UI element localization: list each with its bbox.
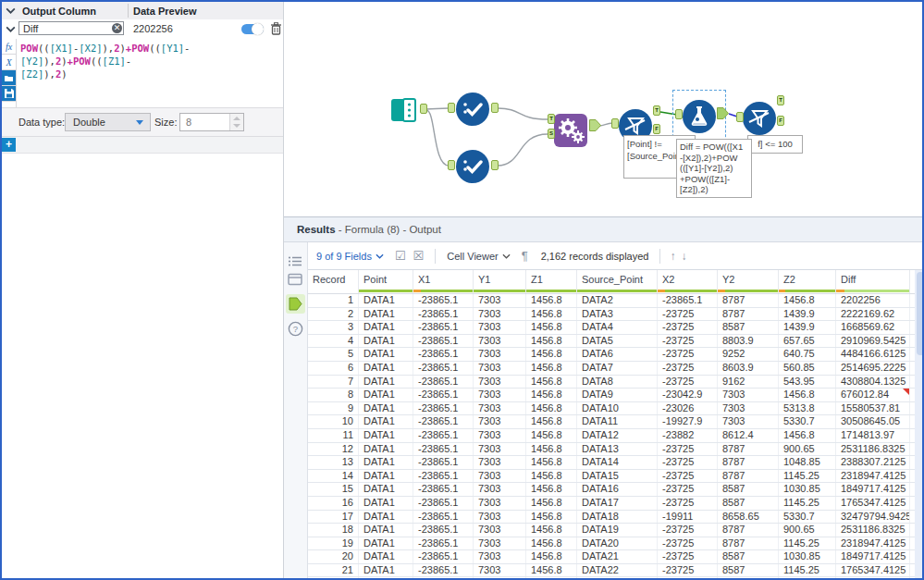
cell-diff[interactable]: 1849717.4125 [836, 483, 910, 496]
cell-diff[interactable]: 1849717.4125 [836, 550, 910, 563]
cell-y1[interactable]: 7303 [474, 524, 526, 537]
cell-z1[interactable]: 1456.8 [526, 564, 577, 577]
formula-tool[interactable] [682, 99, 717, 134]
cell-x2[interactable]: -23882 [658, 429, 718, 442]
cell-x2[interactable]: -19911 [658, 511, 718, 524]
cell-y2[interactable]: 9162 [718, 376, 779, 389]
cell-x2[interactable]: -23725 [658, 470, 718, 483]
size-stepper[interactable]: 8 [179, 113, 244, 131]
cell-z1[interactable]: 1456.8 [526, 321, 577, 334]
cell-y2[interactable]: 8587 [718, 550, 779, 563]
column-header-y2[interactable]: Y2 [718, 270, 779, 293]
cell-z2[interactable]: 5330.7 [779, 511, 836, 524]
cell-z1[interactable]: 1456.8 [526, 376, 577, 389]
cell-point[interactable]: DATA1 [359, 497, 413, 510]
open-expression-icon[interactable] [2, 70, 16, 86]
table-row[interactable]: 4DATA1-23865.173031456.8DATA5-237258803.… [308, 335, 915, 349]
cell-y2[interactable]: 8787 [718, 524, 779, 537]
cell-x1[interactable]: -23865.1 [413, 415, 474, 428]
wire-select1-append[interactable] [498, 108, 548, 119]
cell-point[interactable]: DATA1 [359, 443, 413, 456]
add-expression-button[interactable]: + [2, 138, 16, 152]
table-row[interactable]: 18DATA1-23865.173031456.8DATA19-23725878… [308, 524, 915, 537]
cell-z2[interactable]: 657.65 [779, 335, 836, 348]
cell-x1[interactable]: -23865.1 [413, 389, 474, 401]
cell-x2[interactable]: -23725 [658, 362, 718, 375]
cell-point[interactable]: DATA1 [359, 537, 413, 550]
cell-source_point[interactable]: DATA13 [577, 443, 658, 456]
cell-y1[interactable]: 7303 [474, 443, 526, 456]
cell-point[interactable]: DATA1 [359, 511, 413, 524]
cell-source_point[interactable]: DATA18 [577, 511, 658, 524]
cell-z1[interactable]: 1456.8 [526, 308, 577, 321]
cell-y1[interactable]: 7303 [474, 335, 526, 348]
cell-x1[interactable]: -23865.1 [413, 564, 474, 577]
table-row[interactable]: 22DATA1-23865.173031456.8DATA23-19911865… [308, 577, 915, 579]
cell-x2[interactable]: -23026 [658, 402, 718, 415]
cell-x1[interactable]: -23865.1 [413, 321, 474, 334]
cell-z2[interactable]: 640.75 [779, 348, 836, 361]
column-header-z1[interactable]: Z1 [526, 270, 577, 293]
cell-diff[interactable]: 30508645.05 [836, 415, 910, 428]
wire-input-select2[interactable] [426, 110, 449, 166]
cell-point[interactable]: DATA1 [359, 348, 413, 361]
formula-output-anchor[interactable] [717, 107, 729, 119]
help-icon[interactable]: ? [288, 321, 303, 337]
cell-y2[interactable]: 8787 [718, 537, 779, 550]
cell-z1[interactable]: 1456.8 [526, 402, 577, 415]
select-all-checkbox-icon[interactable]: ☑ [395, 249, 406, 263]
cell-y1[interactable]: 7303 [474, 456, 526, 469]
select2-input-anchor[interactable] [448, 160, 455, 170]
cell-source_point[interactable]: DATA5 [577, 335, 658, 348]
cell-z1[interactable]: 1456.8 [526, 524, 577, 537]
cell-x1[interactable]: -23865.1 [413, 470, 474, 483]
cell-x1[interactable]: -23865.1 [413, 577, 474, 579]
fields-dropdown[interactable]: 9 of 9 Fields [316, 251, 384, 262]
column-header-record[interactable]: Record [308, 270, 359, 293]
append-fields-tool[interactable] [553, 113, 588, 148]
cell-y1[interactable]: 7303 [474, 577, 526, 579]
cell-x2[interactable]: -19911 [658, 577, 718, 579]
cell-x2[interactable]: -23725 [658, 335, 718, 348]
cell-z2[interactable]: 1030.85 [779, 483, 836, 496]
cell-z1[interactable]: 1456.8 [526, 294, 577, 307]
cell-source_point[interactable]: DATA4 [577, 321, 658, 334]
table-row[interactable]: 7DATA1-23865.173031456.8DATA8-2372591625… [308, 376, 915, 389]
cell-diff[interactable]: 1765347.4125 [836, 564, 910, 577]
cell-x2[interactable]: -23725 [658, 483, 718, 496]
filter2-true-anchor[interactable]: T [777, 95, 784, 105]
cell-record[interactable]: 8 [308, 389, 359, 401]
cell-y1[interactable]: 7303 [474, 564, 526, 577]
cell-record[interactable]: 20 [308, 550, 359, 563]
scrollbar-thumb[interactable] [917, 272, 924, 355]
cell-source_point[interactable]: DATA3 [577, 308, 658, 321]
table-row[interactable]: 9DATA1-23865.173031456.8DATA10-230267303… [308, 402, 915, 416]
table-row[interactable]: 11DATA1-23865.173031456.8DATA12-23882861… [308, 429, 915, 443]
cell-source_point[interactable]: DATA15 [577, 470, 658, 483]
save-expression-icon[interactable] [2, 86, 16, 102]
cell-x1[interactable]: -23865.1 [413, 308, 474, 321]
cell-z1[interactable]: 1456.8 [526, 362, 577, 375]
cell-record[interactable]: 15 [308, 483, 359, 496]
cell-diff[interactable]: 4308804.1325 [836, 376, 910, 389]
append-input-anchor-s[interactable]: S [548, 129, 555, 139]
cell-x2[interactable]: -23725 [658, 376, 718, 389]
workflow-canvas[interactable]: T S T F [284, 2, 922, 216]
cell-x2[interactable]: -23725 [658, 564, 718, 577]
cell-diff[interactable]: 2531186.8325 [836, 524, 910, 537]
cell-x1[interactable]: -23865.1 [413, 402, 474, 415]
cell-z2[interactable]: 5330.7 [779, 577, 836, 579]
cell-record[interactable]: 17 [308, 511, 359, 524]
table-vertical-scrollbar[interactable] [915, 270, 924, 579]
cell-record[interactable]: 9 [308, 402, 359, 415]
cell-point[interactable]: DATA1 [359, 389, 413, 401]
cell-x2[interactable]: -19927.9 [658, 415, 718, 428]
cell-point[interactable]: DATA1 [359, 321, 413, 334]
select1-output-anchor[interactable] [491, 103, 499, 113]
cell-x1[interactable]: -23865.1 [413, 348, 474, 361]
cell-record[interactable]: 5 [308, 348, 359, 361]
cell-record[interactable]: 19 [308, 537, 359, 550]
cell-source_point[interactable]: DATA10 [577, 402, 658, 415]
cell-z1[interactable]: 1456.8 [526, 483, 577, 496]
filter1-input-anchor[interactable] [611, 118, 619, 129]
